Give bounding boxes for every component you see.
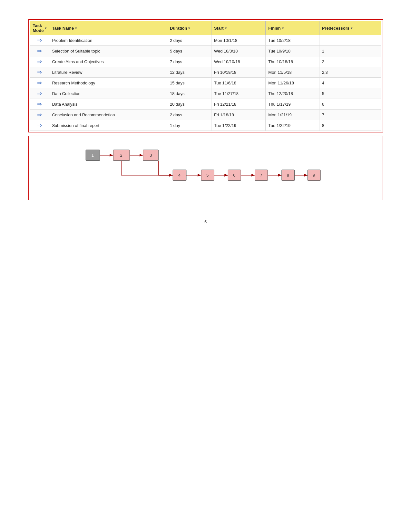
predecessors-cell: 8 <box>319 120 381 131</box>
table-row: ⇒Data Collection18 daysTue 11/27/18Thu 1… <box>30 88 381 99</box>
duration-cell: 20 days <box>167 99 211 110</box>
start-cell: Wed 10/10/18 <box>211 56 265 67</box>
task-table-wrapper: TaskMode ▾ Task Name ▾ Duration ▾ <box>28 19 383 132</box>
task-mode-cell: ⇒ <box>30 46 49 56</box>
task-mode-icon: ⇒ <box>33 69 47 76</box>
table-row: ⇒Litrature Review12 daysFri 10/19/18Mon … <box>30 67 381 78</box>
task-mode-cell: ⇒ <box>30 35 49 46</box>
task-name-cell: Problem Identification <box>49 35 167 46</box>
col-header-task-name: Task Name ▾ <box>49 21 167 35</box>
task-mode-icon: ⇒ <box>33 37 47 44</box>
duration-cell: 7 days <box>167 56 211 67</box>
finish-cell: Mon 1/21/19 <box>266 110 319 120</box>
task-mode-icon: ⇒ <box>33 101 47 108</box>
table-row: ⇒Problem Identification2 daysMon 10/1/18… <box>30 35 381 46</box>
task-mode-icon: ⇒ <box>33 122 47 129</box>
predecessors-cell: 2,3 <box>319 67 381 78</box>
table-row: ⇒Data Analysis20 daysFri 12/21/18Thu 1/1… <box>30 99 381 110</box>
task-name-cell: Conclusion and Recommendetion <box>49 110 167 120</box>
finish-cell: Tue 10/9/18 <box>266 46 319 56</box>
duration-cell: 18 days <box>167 88 211 99</box>
start-dropdown-icon[interactable]: ▾ <box>225 26 227 30</box>
predecessors-dropdown-icon[interactable]: ▾ <box>351 26 352 30</box>
predecessors-cell: 1 <box>319 46 381 56</box>
start-cell: Tue 1/22/19 <box>211 120 265 131</box>
svg-text:3: 3 <box>150 153 152 158</box>
svg-text:1: 1 <box>91 153 93 158</box>
duration-label: Duration <box>170 26 187 31</box>
table-row: ⇒Research Methodology15 daysTue 11/6/18M… <box>30 78 381 88</box>
finish-cell: Tue 1/22/19 <box>266 120 319 131</box>
start-cell: Mon 10/1/18 <box>211 35 265 46</box>
table-row: ⇒Create Aims and Objectives7 daysWed 10/… <box>30 56 381 67</box>
task-mode-cell: ⇒ <box>30 120 49 131</box>
col-header-task-mode: TaskMode ▾ <box>30 21 49 35</box>
svg-text:6: 6 <box>233 173 235 178</box>
table-row: ⇒Selection of Suitable topic5 daysWed 10… <box>30 46 381 56</box>
network-diagram: 1 2 3 4 5 6 7 8 9 <box>28 136 383 200</box>
finish-cell: Mon 11/5/18 <box>266 67 319 78</box>
finish-cell: Thu 10/18/18 <box>266 56 319 67</box>
finish-cell: Thu 1/17/19 <box>266 99 319 110</box>
task-name-cell: Selection of Suitable topic <box>49 46 167 56</box>
start-cell: Fri 10/19/18 <box>211 67 265 78</box>
task-mode-cell: ⇒ <box>30 56 49 67</box>
task-mode-cell: ⇒ <box>30 78 49 88</box>
task-mode-label: TaskMode <box>33 23 44 33</box>
svg-text:4: 4 <box>178 173 180 178</box>
predecessors-cell: 7 <box>319 110 381 120</box>
task-table: TaskMode ▾ Task Name ▾ Duration ▾ <box>30 21 381 131</box>
svg-text:9: 9 <box>313 173 315 178</box>
predecessors-cell: 2 <box>319 56 381 67</box>
finish-cell: Thu 12/20/18 <box>266 88 319 99</box>
task-mode-icon: ⇒ <box>33 79 47 86</box>
svg-text:8: 8 <box>287 173 289 178</box>
finish-label: Finish <box>268 26 280 31</box>
predecessors-cell: 4 <box>319 78 381 88</box>
table-row: ⇒Submission of final report1 dayTue 1/22… <box>30 120 381 131</box>
predecessors-cell: 5 <box>319 88 381 99</box>
task-mode-icon: ⇒ <box>33 58 47 65</box>
svg-text:7: 7 <box>260 173 262 178</box>
network-svg: 1 2 3 4 5 6 7 8 9 <box>35 142 376 190</box>
task-mode-dropdown-icon[interactable]: ▾ <box>45 26 46 30</box>
task-mode-icon: ⇒ <box>33 47 47 54</box>
col-header-finish: Finish ▾ <box>266 21 319 35</box>
page-number: 5 <box>28 219 383 224</box>
start-cell: Tue 11/27/18 <box>211 88 265 99</box>
start-cell: Fri 1/18/19 <box>211 110 265 120</box>
duration-dropdown-icon[interactable]: ▾ <box>188 26 190 30</box>
finish-dropdown-icon[interactable]: ▾ <box>282 26 284 30</box>
duration-cell: 2 days <box>167 35 211 46</box>
task-name-cell: Submission of final report <box>49 120 167 131</box>
col-header-start: Start ▾ <box>211 21 265 35</box>
svg-text:5: 5 <box>206 173 208 178</box>
predecessors-label: Predecessors <box>322 26 349 31</box>
task-name-cell: Create Aims and Objectives <box>49 56 167 67</box>
start-label: Start <box>214 26 224 31</box>
col-header-duration: Duration ▾ <box>167 21 211 35</box>
table-row: ⇒Conclusion and Recommendetion2 daysFri … <box>30 110 381 120</box>
duration-cell: 1 day <box>167 120 211 131</box>
duration-cell: 5 days <box>167 46 211 56</box>
col-header-predecessors: Predecessors ▾ <box>319 21 381 35</box>
finish-cell: Mon 11/26/18 <box>266 78 319 88</box>
duration-cell: 2 days <box>167 110 211 120</box>
task-name-cell: Data Analysis <box>49 99 167 110</box>
predecessors-cell: 6 <box>319 99 381 110</box>
task-name-cell: Research Methodology <box>49 78 167 88</box>
task-mode-icon: ⇒ <box>33 111 47 118</box>
task-mode-cell: ⇒ <box>30 67 49 78</box>
task-name-cell: Data Collection <box>49 88 167 99</box>
page-container: TaskMode ▾ Task Name ▾ Duration ▾ <box>28 19 383 224</box>
task-mode-icon: ⇒ <box>33 90 47 97</box>
predecessors-cell <box>319 35 381 46</box>
finish-cell: Tue 10/2/18 <box>266 35 319 46</box>
start-cell: Wed 10/3/18 <box>211 46 265 56</box>
task-name-dropdown-icon[interactable]: ▾ <box>75 26 77 30</box>
duration-cell: 15 days <box>167 78 211 88</box>
svg-text:2: 2 <box>120 153 122 158</box>
duration-cell: 12 days <box>167 67 211 78</box>
start-cell: Fri 12/21/18 <box>211 99 265 110</box>
task-mode-cell: ⇒ <box>30 99 49 110</box>
